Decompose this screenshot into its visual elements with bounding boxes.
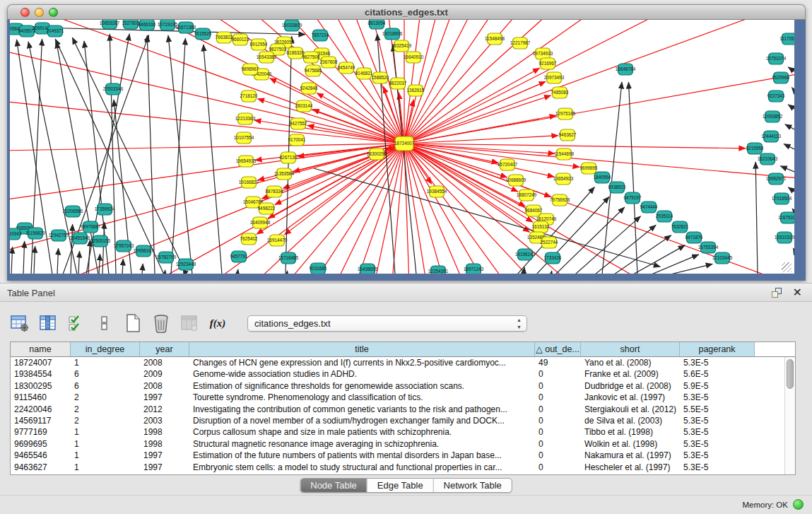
table-cell: 49	[535, 357, 581, 368]
column-header-in-degree[interactable]: in_degree	[71, 342, 140, 356]
column-header--out-de-[interactable]: △ out_de...	[535, 342, 581, 356]
table-cell: 0	[535, 368, 581, 380]
row-height-icon[interactable]	[95, 313, 114, 333]
tab-edge-table[interactable]: Edge Table	[367, 479, 434, 492]
table-row[interactable]: 2242004622012Investigating the contribut…	[11, 404, 795, 415]
table-cell: 0	[535, 462, 581, 473]
node-label: 7485083	[551, 90, 569, 95]
node-label: 11548498	[485, 36, 505, 41]
node-label: 16210643	[758, 156, 778, 161]
delete-table-icon[interactable]	[151, 313, 171, 333]
column-header-year[interactable]: year	[140, 342, 189, 356]
node-label: 16120746	[536, 216, 557, 221]
table-source-dropdown[interactable]: citations_edges.txt ▲▼	[247, 315, 527, 332]
function-builder-icon[interactable]: f(x)	[208, 313, 228, 333]
node-label: 2049371	[47, 28, 64, 33]
column-header-title[interactable]: title	[189, 342, 535, 356]
node-label: 8878334	[266, 189, 283, 194]
node-label: 1527602	[122, 21, 140, 25]
select-all-icon[interactable]	[66, 313, 86, 333]
window-titlebar[interactable]: citations_edges.txt	[7, 4, 806, 20]
table-panel-body: f(x) citations_edges.txt ▲▼ namein_degre…	[0, 302, 812, 495]
node-label: 8822037	[389, 81, 407, 86]
node-label: 9146821	[355, 71, 373, 76]
table-cell: 0	[535, 380, 581, 392]
node-label: 12254391	[428, 269, 449, 274]
node-label: 8471876	[686, 235, 703, 240]
table-cell: Genome-wide association studies in ADHD.	[189, 368, 535, 380]
table-cell: Changes of HCN gene expression and I(f) …	[189, 357, 535, 368]
node-label: 11544698	[554, 151, 574, 156]
node-label: 12942757	[49, 233, 69, 238]
table-row[interactable]: 977716911998Corpus callosum shape and si…	[11, 426, 795, 438]
node-label: 11156829	[25, 230, 45, 235]
node-label: 12444113	[761, 134, 781, 139]
network-canvas[interactable]: 2958448940557220691406204937110653287152…	[10, 20, 794, 274]
node-label: 7857224	[312, 33, 329, 37]
table-cell: 1	[71, 462, 140, 473]
node-label: 10510319	[775, 235, 794, 240]
column-header-filler[interactable]	[755, 342, 795, 356]
new-document-icon[interactable]	[123, 313, 143, 333]
node-label: 15451946	[70, 235, 90, 240]
table-cell: 19384554	[11, 368, 71, 380]
table-row[interactable]: 969969511998Structural magnetic resonanc…	[11, 438, 795, 450]
table-cell: 5.3E-5	[680, 392, 755, 403]
float-panel-icon[interactable]	[772, 288, 782, 298]
node-label: 1615132	[532, 224, 550, 229]
node-label: 20503346	[103, 86, 124, 91]
table-cell: 1997	[140, 392, 189, 403]
close-panel-icon[interactable]: ✕	[793, 286, 802, 299]
node-label: 3919343	[10, 231, 22, 236]
tab-node-table[interactable]: Node Table	[300, 479, 367, 492]
node-label: 10688609	[506, 177, 526, 182]
node-label: 7615526	[194, 31, 212, 36]
node-label: 19958167	[134, 248, 154, 253]
table-cell: 0	[535, 415, 581, 426]
memory-ok-icon[interactable]	[793, 499, 804, 510]
node-label: 20973493	[544, 75, 565, 80]
window-resize-grip[interactable]	[782, 262, 792, 272]
table-cell: 2008	[140, 357, 189, 368]
table-cell: Wolkin et al. (1998)	[581, 438, 680, 450]
table-row[interactable]: 911546021997Tourette syndrome. Phenomeno…	[11, 392, 795, 403]
node-label: 8938923	[608, 185, 626, 189]
table-cell: 2	[71, 415, 140, 426]
table-cell: 6	[71, 380, 140, 392]
node-label: 8454749	[338, 65, 355, 70]
node-label: 9227343	[767, 93, 785, 98]
node-label: 1840954	[594, 175, 611, 180]
node-label: 9242848	[300, 86, 318, 90]
table-cell: 9115460	[11, 392, 71, 403]
table-row[interactable]: 1872400712008Changes of HCN gene express…	[11, 357, 795, 368]
node-label: 12923448	[176, 262, 196, 267]
node-label: 13654923	[553, 176, 574, 181]
table-cell: Investigating the contribution of common…	[189, 404, 535, 415]
column-header-pagerank[interactable]: pagerank	[680, 342, 755, 356]
table-settings-icon[interactable]	[10, 313, 30, 333]
table-cell: Embryonic stem cells: a model to study s…	[189, 462, 535, 473]
table-row[interactable]: 946554611997Estimation of the future num…	[11, 450, 795, 461]
table-row[interactable]: 1830029562008Estimation of significance …	[11, 380, 795, 392]
tab-network-table[interactable]: Network Table	[434, 479, 512, 492]
select-column-icon[interactable]	[38, 313, 58, 333]
table-cell: Hescheler et al. (1997)	[581, 462, 680, 473]
table-cell: 0	[535, 426, 581, 438]
node-label: 9170041	[288, 137, 306, 142]
table-row[interactable]: 946362711997Embryonic stem cells: a mode…	[11, 462, 795, 473]
node-label: 2367608	[320, 59, 338, 64]
node-table-header[interactable]: namein_degreeyeartitle△ out_de...shortpa…	[11, 342, 795, 357]
table-cell: 5.5E-5	[680, 404, 755, 415]
table-cell: 2	[71, 392, 140, 403]
column-header-short[interactable]: short	[581, 342, 680, 356]
table-cell: 1997	[140, 450, 189, 461]
table-vertical-scrollbar[interactable]	[784, 357, 795, 474]
table-row[interactable]: 1456911722003Disruption of a novel membe…	[11, 415, 795, 426]
scrollbar-thumb[interactable]	[787, 359, 794, 389]
node-label: 8267130	[280, 155, 298, 160]
node-label: 12213363	[235, 116, 256, 121]
node-label: 15992971	[766, 176, 787, 181]
table-cell: Dudbridge et al. (2008)	[581, 380, 680, 392]
column-header-name[interactable]: name	[11, 342, 71, 356]
table-row[interactable]: 1938455462009Genome-wide association stu…	[11, 368, 795, 380]
